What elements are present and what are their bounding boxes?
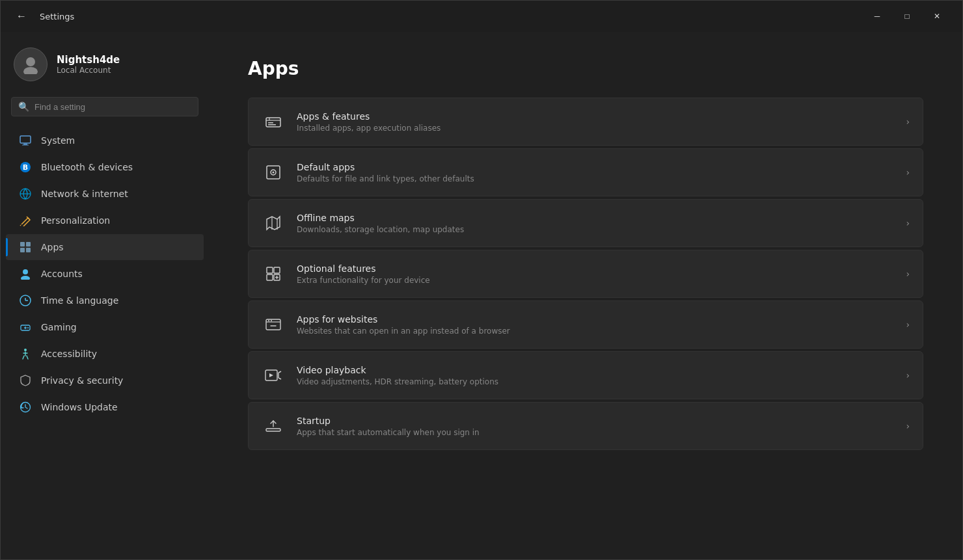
- network-icon: [19, 187, 32, 200]
- video-playback-chevron: ›: [906, 370, 910, 380]
- sidebar-item-time[interactable]: Time & language: [6, 287, 204, 313]
- sidebar-item-network-label: Network & internet: [41, 189, 128, 199]
- sidebar-item-gaming[interactable]: Gaming: [6, 314, 204, 340]
- sidebar-item-update-label: Windows Update: [41, 402, 118, 412]
- optional-features-chevron: ›: [906, 269, 910, 279]
- apps-websites-item[interactable]: Apps for websites Websites that can open…: [248, 300, 923, 349]
- svg-rect-12: [26, 248, 31, 252]
- svg-rect-11: [20, 248, 25, 252]
- titlebar-controls: ─ □ ✕: [862, 6, 952, 27]
- gaming-icon: [19, 321, 32, 334]
- apps-websites-icon: [262, 313, 285, 336]
- apps-features-text: Apps & features Installed apps, app exec…: [297, 111, 894, 133]
- optional-features-icon: [262, 262, 285, 286]
- sidebar-item-privacy[interactable]: Privacy & security: [6, 367, 204, 393]
- svg-rect-49: [266, 429, 280, 431]
- sidebar: Nightsh4de Local Account 🔍: [1, 32, 209, 559]
- video-playback-icon: [262, 364, 285, 387]
- maximize-button[interactable]: □: [892, 6, 922, 27]
- avatar: [14, 47, 47, 81]
- svg-rect-36: [274, 267, 280, 273]
- apps-features-title: Apps & features: [297, 111, 894, 122]
- startup-item[interactable]: Startup Apps that start automatically wh…: [248, 402, 923, 450]
- apps-icon: [19, 241, 32, 254]
- apps-websites-desc: Websites that can open in an app instead…: [297, 327, 894, 336]
- svg-point-43: [271, 320, 272, 321]
- titlebar: ← Settings ─ □ ✕: [1, 1, 962, 32]
- sidebar-item-personalization[interactable]: Personalization: [6, 207, 204, 233]
- back-button[interactable]: ←: [11, 6, 32, 27]
- svg-rect-3: [23, 144, 27, 145]
- svg-text:B: B: [23, 163, 28, 172]
- sidebar-item-apps[interactable]: Apps: [6, 234, 204, 260]
- sidebar-item-network[interactable]: Network & internet: [6, 181, 204, 207]
- optional-features-desc: Extra functionality for your device: [297, 276, 894, 285]
- accounts-icon: [19, 267, 32, 280]
- offline-maps-text: Offline maps Downloads, storage location…: [297, 213, 894, 234]
- svg-point-0: [26, 57, 35, 66]
- svg-point-13: [23, 269, 28, 274]
- video-playback-item[interactable]: Video playback Video adjustments, HDR st…: [248, 351, 923, 399]
- system-icon: [19, 134, 32, 147]
- content-area: Nightsh4de Local Account 🔍: [1, 32, 962, 559]
- bluetooth-icon: B: [19, 161, 32, 174]
- default-apps-title: Default apps: [297, 162, 894, 172]
- sidebar-item-update[interactable]: Windows Update: [6, 394, 204, 420]
- apps-features-desc: Installed apps, app execution aliases: [297, 124, 894, 133]
- svg-rect-2: [20, 136, 31, 143]
- sidebar-item-apps-label: Apps: [41, 242, 64, 252]
- apps-features-icon: [262, 110, 285, 133]
- default-apps-icon: [262, 161, 285, 184]
- offline-maps-desc: Downloads, storage location, map updates: [297, 225, 894, 234]
- sidebar-item-bluetooth[interactable]: B Bluetooth & devices: [6, 154, 204, 180]
- svg-rect-28: [268, 124, 276, 126]
- sidebar-item-accounts[interactable]: Accounts: [6, 261, 204, 287]
- svg-rect-24: [266, 118, 280, 127]
- video-playback-title: Video playback: [297, 365, 894, 375]
- optional-features-item[interactable]: Optional features Extra functionality fo…: [248, 250, 923, 298]
- close-button[interactable]: ✕: [922, 6, 952, 27]
- search-input[interactable]: [34, 102, 191, 112]
- sidebar-item-accounts-label: Accounts: [41, 269, 83, 279]
- offline-maps-title: Offline maps: [297, 213, 894, 223]
- svg-rect-27: [268, 122, 273, 124]
- minimize-button[interactable]: ─: [862, 6, 892, 27]
- optional-features-title: Optional features: [297, 263, 894, 274]
- titlebar-title: Settings: [40, 12, 74, 21]
- sidebar-item-gaming-label: Gaming: [41, 322, 77, 332]
- page-title: Apps: [248, 58, 923, 79]
- offline-maps-item[interactable]: Offline maps Downloads, storage location…: [248, 199, 923, 247]
- svg-marker-32: [267, 217, 280, 230]
- svg-point-31: [273, 172, 275, 174]
- apps-websites-chevron: ›: [906, 319, 910, 330]
- user-section[interactable]: Nightsh4de Local Account: [1, 37, 209, 94]
- sidebar-item-personalization-label: Personalization: [41, 215, 110, 226]
- sidebar-item-time-label: Time & language: [41, 295, 118, 306]
- svg-rect-4: [22, 145, 29, 146]
- svg-point-21: [27, 327, 29, 328]
- svg-point-22: [24, 349, 27, 351]
- sidebar-item-accessibility[interactable]: Accessibility: [6, 341, 204, 367]
- search-box[interactable]: 🔍: [11, 97, 198, 116]
- default-apps-item[interactable]: Default apps Defaults for file and link …: [248, 148, 923, 196]
- video-playback-desc: Video adjustments, HDR streaming, batter…: [297, 377, 894, 386]
- user-name: Nightsh4de: [57, 54, 120, 66]
- startup-desc: Apps that start automatically when you s…: [297, 428, 894, 437]
- svg-rect-10: [26, 242, 31, 247]
- svg-point-42: [268, 320, 269, 321]
- optional-features-text: Optional features Extra functionality fo…: [297, 263, 894, 285]
- settings-list: Apps & features Installed apps, app exec…: [248, 98, 923, 450]
- default-apps-desc: Defaults for file and link types, other …: [297, 174, 894, 183]
- apps-websites-title: Apps for websites: [297, 314, 894, 325]
- apps-features-chevron: ›: [906, 116, 910, 127]
- user-info: Nightsh4de Local Account: [57, 54, 120, 75]
- video-playback-text: Video playback Video adjustments, HDR st…: [297, 365, 894, 386]
- main-content: Apps Apps & features: [209, 32, 962, 559]
- svg-point-1: [23, 67, 38, 74]
- svg-point-14: [21, 276, 30, 280]
- apps-features-item[interactable]: Apps & features Installed apps, app exec…: [248, 98, 923, 146]
- sidebar-item-system[interactable]: System: [6, 127, 204, 153]
- sidebar-item-bluetooth-label: Bluetooth & devices: [41, 162, 133, 172]
- svg-rect-35: [267, 267, 273, 273]
- startup-icon: [262, 414, 285, 438]
